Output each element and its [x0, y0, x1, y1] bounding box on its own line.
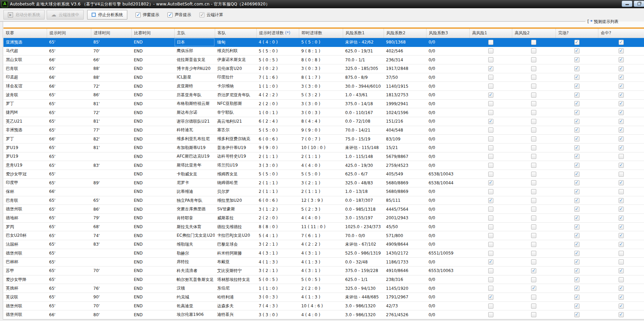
table-row[interactable]: 苏甲65'70'END科夫流浪者艾比安斯特宁3 ( 2 : 1 )4 ( 3 :… [3, 267, 644, 275]
high_risk2-checkbox[interactable] [531, 66, 536, 71]
high_risk2-checkbox[interactable] [531, 207, 536, 212]
finished-checkbox[interactable] [574, 198, 579, 203]
table-row[interactable]: 罗丁65'81'END布格勒斯特祖云斯NFC亚勒那斯2 ( 2 : 0 )3 (… [3, 100, 644, 109]
high_risk2-checkbox[interactable] [531, 251, 536, 256]
finished-checkbox[interactable] [574, 295, 579, 300]
table-row[interactable]: 德堡州联66'80'END埃尔伦塞1906迪特基兴3 ( 3 : 0 )4 ( … [3, 310, 644, 319]
high_risk2-checkbox[interactable] [531, 84, 536, 89]
hit-checkbox[interactable] [619, 215, 624, 221]
high_risk1-checkbox[interactable] [488, 268, 493, 273]
finished-checkbox[interactable] [574, 119, 579, 124]
column-header-away[interactable]: 客队 [215, 29, 256, 38]
table-row[interactable]: 亚洲预选65'85'END日本缅甸4 ( 4 : 0 )5 ( 5 : 0 )未… [3, 38, 644, 47]
high_risk2-checkbox[interactable] [531, 57, 536, 62]
hit-checkbox[interactable] [619, 295, 624, 300]
table-row[interactable]: 捷丙M65'72'END斯达布尔诺辛宁耶队1 ( 0 : 1 )3 ( 0 : … [3, 108, 644, 117]
hit-checkbox[interactable] [619, 233, 624, 238]
high_risk1-checkbox[interactable] [488, 84, 493, 89]
cloud-connecting-button[interactable]: ☁ 云端连接中 [47, 10, 84, 20]
high_risk2-checkbox[interactable] [531, 295, 536, 300]
hit-checkbox[interactable] [619, 189, 624, 194]
high_risk1-checkbox[interactable] [488, 163, 493, 168]
table-row[interactable]: 爱沙女甲降65'END帕尔努瓦普鲁斯女足塔林那埃拉特女足5 ( 0 : 5 )5… [3, 275, 644, 284]
hit-checkbox[interactable] [619, 163, 624, 168]
hit-checkbox[interactable] [619, 259, 624, 264]
table-row[interactable]: 英乙U2165'81'END谢菲尔德联队U21高云地利U216 ( 2 : 4 … [3, 117, 644, 126]
hit-checkbox[interactable] [619, 145, 624, 150]
hit-checkbox[interactable] [619, 57, 624, 62]
high_risk1-checkbox[interactable] [488, 75, 493, 80]
sound-alert-checkbox[interactable] [167, 12, 173, 17]
hit-checkbox[interactable] [619, 84, 624, 89]
high_risk2-checkbox[interactable] [531, 224, 536, 230]
finished-checkbox[interactable] [574, 259, 579, 264]
finished-checkbox[interactable] [574, 242, 579, 247]
high_risk2-checkbox[interactable] [531, 304, 536, 309]
high_risk2-checkbox[interactable] [531, 110, 536, 115]
high_risk1-checkbox[interactable] [488, 48, 493, 53]
table-row[interactable]: 罗丙65'68'END斯拉戈夫体育德拉戈维德拉8 ( 8 : 0 )11 ( 1… [3, 223, 644, 232]
high_risk2-checkbox[interactable] [531, 215, 536, 221]
finished-checkbox[interactable] [574, 251, 579, 256]
table-row[interactable]: 非洲预选65'77'END科特迪瓦塞舌尔5 ( 5 : 0 )9 ( 9 : 0… [3, 126, 644, 135]
table-row[interactable]: 罗U1965'81'END布加勒斯蒂U19普洛伊什蒂U199 ( 9 : 0 )… [3, 144, 644, 152]
high_risk2-checkbox[interactable] [531, 40, 536, 45]
high_risk1-checkbox[interactable] [488, 198, 493, 203]
high_risk1-checkbox[interactable] [488, 251, 493, 256]
finished-checkbox[interactable] [574, 48, 579, 53]
hit-checkbox[interactable] [619, 304, 624, 309]
hit-checkbox[interactable] [619, 251, 624, 256]
finished-checkbox[interactable] [574, 163, 579, 168]
hit-checkbox[interactable] [619, 268, 624, 273]
high_risk1-checkbox[interactable] [488, 92, 493, 98]
high_risk1-checkbox[interactable] [488, 286, 493, 291]
hit-checkbox[interactable] [619, 154, 624, 159]
table-row[interactable]: 巴女U20杯65'74'ENDEC弗拉门戈女足U20卡拉巴RJ女足U205 ( … [3, 231, 644, 240]
table-row[interactable]: 巴青联65'88'END博卡青少年PAU20贝伦体育U202 ( 0 : 2 )… [3, 64, 644, 73]
finished-checkbox[interactable] [574, 57, 579, 62]
finished-checkbox[interactable] [574, 101, 579, 106]
high_risk1-checkbox[interactable] [488, 259, 493, 264]
finished-checkbox[interactable] [574, 277, 579, 282]
hit-checkbox[interactable] [619, 127, 624, 133]
high_risk2-checkbox[interactable] [531, 198, 536, 203]
high_risk1-checkbox[interactable] [488, 136, 493, 141]
finished-checkbox[interactable] [574, 92, 579, 98]
hit-checkbox[interactable] [619, 198, 624, 203]
table-row[interactable]: 德堡州联65'86'END突厥古库弗里德SV登豪斯3 ( 1 : 2 )5 ( … [3, 205, 644, 214]
high_risk1-checkbox[interactable] [488, 145, 493, 150]
finished-checkbox[interactable] [574, 233, 579, 238]
hit-checkbox[interactable] [619, 92, 624, 98]
column-header-league[interactable]: 联赛 [3, 29, 47, 38]
finished-checkbox[interactable] [574, 207, 579, 212]
finished-checkbox[interactable] [574, 40, 579, 45]
high_risk2-checkbox[interactable] [531, 101, 536, 106]
high_risk1-checkbox[interactable] [488, 127, 493, 133]
high_risk2-checkbox[interactable] [531, 172, 536, 177]
hit-checkbox[interactable] [619, 224, 624, 230]
hit-checkbox[interactable] [619, 110, 624, 115]
column-header-hit[interactable]: 命中? [598, 29, 644, 38]
table-row[interactable]: 巴青联65'65'END独立PA青年队维拉里加U206 ( 0 : 6 )12 … [3, 196, 644, 205]
column-header-home[interactable]: 主队 [174, 29, 215, 38]
high_risk1-checkbox[interactable] [488, 172, 493, 177]
high_risk1-checkbox[interactable] [488, 215, 493, 221]
finished-checkbox[interactable] [574, 66, 579, 71]
finished-checkbox[interactable] [574, 189, 579, 194]
table-row[interactable]: 印孟超66'88'ENDICL新星印度拉什7 ( 1 : 6 )8 ( 1 : … [3, 73, 644, 82]
high_risk2-checkbox[interactable] [531, 154, 536, 159]
high_risk2-checkbox[interactable] [531, 233, 536, 238]
table-row[interactable]: 德堡州联65'END勒赫尔科米特阿斯滕4 ( 3 : 1 )4 ( 3 : 1 … [3, 249, 644, 258]
high_risk1-checkbox[interactable] [488, 295, 493, 300]
finished-checkbox[interactable] [574, 286, 579, 291]
table-row[interactable]: 罗U1965'ENDAFC斯巴达克U19达科哥特史U192 ( 1 : 1 )2… [3, 152, 644, 161]
finished-checkbox[interactable] [574, 84, 579, 89]
restore-button[interactable] [634, 1, 644, 7]
column-header-high_risk2[interactable]: 高风险2 [512, 29, 555, 38]
high_risk1-checkbox[interactable] [488, 233, 493, 238]
column-header-finished[interactable]: 完场? [555, 29, 598, 38]
high_risk2-checkbox[interactable] [531, 136, 536, 141]
table-row[interactable]: 英议联65'90'END约克城哈特利浦3 ( 0 : 3 )4 ( 1 : 3 … [3, 293, 644, 302]
hit-checkbox[interactable] [619, 75, 624, 80]
high_risk1-checkbox[interactable] [488, 119, 493, 124]
